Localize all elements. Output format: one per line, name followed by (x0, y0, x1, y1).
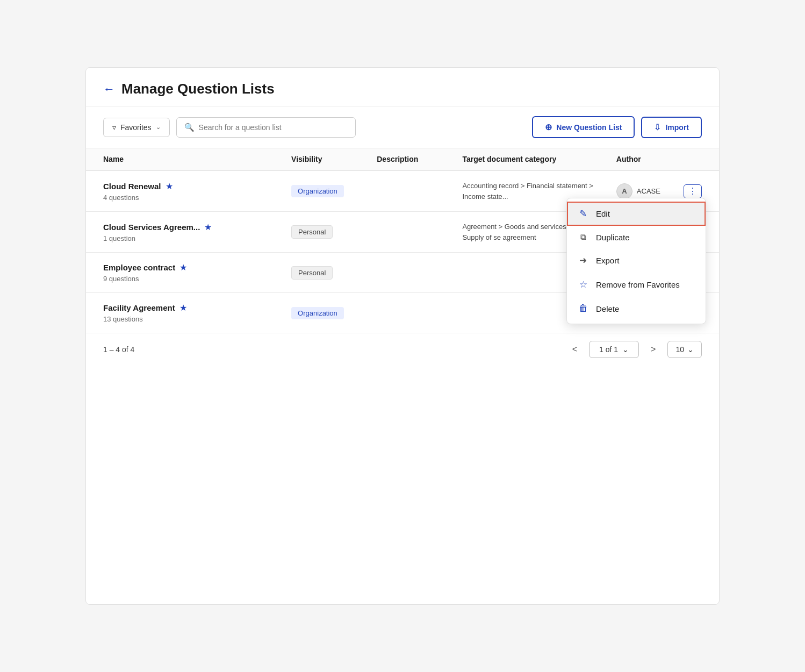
star-icon: ★ (204, 222, 212, 232)
search-icon: 🔍 (184, 123, 195, 132)
col-header-description: Description (377, 155, 462, 163)
export-icon: ➜ (578, 255, 588, 266)
prev-page-button[interactable]: < (567, 341, 583, 358)
page-indicator[interactable]: 1 of 1 ⌄ (589, 341, 639, 358)
menu-item-edit[interactable]: ✎ Edit (567, 202, 706, 226)
row-questions: 13 questions (103, 315, 291, 323)
row-name-cell: Employee contract ★ 9 questions (103, 262, 291, 283)
visibility-badge: Personal (291, 225, 333, 239)
menu-remove-favorite-label: Remove from Favorites (596, 280, 680, 289)
col-header-name: Name (103, 155, 291, 163)
import-icon: ⇩ (654, 123, 661, 132)
context-menu: ✎ Edit ⧉ Duplicate ➜ Export ☆ Remove fro… (566, 198, 706, 324)
plus-circle-icon: ⊕ (545, 122, 552, 132)
import-label: Import (665, 123, 689, 132)
page-title: Manage Question Lists (121, 81, 275, 97)
table-row: Cloud Renewal ★ 4 questions Organization… (86, 171, 719, 212)
page-label: 1 of 1 (599, 345, 618, 354)
row-name-cell: Cloud Renewal ★ 4 questions (103, 181, 291, 202)
row-name-label: Employee contract (103, 263, 175, 272)
search-wrapper: 🔍 (176, 117, 356, 138)
per-page-value: 10 (675, 345, 684, 354)
row-menu-button[interactable]: ⋮ (684, 184, 702, 198)
row-visibility-cell: Organization (291, 307, 377, 319)
import-button[interactable]: ⇩ Import (641, 117, 702, 138)
trash-icon: 🗑 (578, 303, 588, 314)
filter-label: Favorites (120, 123, 152, 132)
visibility-badge: Organization (291, 185, 344, 197)
author-name: ACASE (637, 187, 660, 195)
row-questions: 1 question (103, 234, 291, 242)
menu-export-label: Export (596, 256, 619, 265)
star-outline-icon: ☆ (578, 279, 588, 290)
row-author-cell: A ACASE ⋮ (616, 183, 702, 199)
menu-delete-label: Delete (596, 304, 619, 313)
star-icon: ★ (179, 303, 187, 313)
col-header-target-doc: Target document category (462, 155, 616, 163)
pagination: 1 – 4 of 4 < 1 of 1 ⌄ > 10 ⌄ (86, 333, 719, 366)
page-header: ← Manage Question Lists (86, 68, 719, 106)
new-list-label: New Question List (556, 123, 622, 132)
table-header: Name Visibility Description Target docum… (86, 148, 719, 171)
row-name-label: Facility Agreement (103, 303, 175, 312)
col-header-visibility: Visibility (291, 155, 377, 163)
row-name-cell: Cloud Services Agreem... ★ 1 question (103, 222, 291, 242)
table-body: Cloud Renewal ★ 4 questions Organization… (86, 171, 719, 333)
edit-icon: ✎ (578, 208, 588, 219)
row-questions: 4 questions (103, 194, 291, 202)
col-header-author: Author (616, 155, 702, 163)
funnel-icon: ▿ (112, 123, 116, 132)
pagination-count: 1 – 4 of 4 (103, 345, 134, 354)
per-page-selector[interactable]: 10 ⌄ (667, 341, 702, 358)
visibility-badge: Organization (291, 307, 344, 319)
star-icon: ★ (179, 262, 187, 273)
row-questions: 9 questions (103, 275, 291, 283)
menu-duplicate-label: Duplicate (596, 233, 630, 242)
menu-edit-label: Edit (596, 209, 610, 218)
menu-item-remove-favorite[interactable]: ☆ Remove from Favorites (567, 273, 706, 297)
menu-item-delete[interactable]: 🗑 Delete (567, 297, 706, 320)
row-visibility-cell: Personal (291, 266, 377, 280)
chevron-down-icon: ⌄ (687, 345, 694, 354)
duplicate-icon: ⧉ (578, 232, 588, 242)
star-icon: ★ (166, 181, 173, 191)
toolbar: ▿ Favorites ⌄ 🔍 ⊕ New Question List ⇩ Im… (86, 106, 719, 148)
row-name-label: Cloud Services Agreem... (103, 223, 200, 232)
row-visibility-cell: Organization (291, 185, 377, 197)
visibility-badge: Personal (291, 266, 333, 280)
page-container: ← Manage Question Lists ▿ Favorites ⌄ 🔍 … (85, 67, 720, 605)
chevron-down-icon: ⌄ (156, 124, 161, 131)
search-input[interactable] (199, 123, 348, 132)
row-visibility-cell: Personal (291, 225, 377, 239)
new-question-list-button[interactable]: ⊕ New Question List (532, 116, 635, 138)
menu-item-duplicate[interactable]: ⧉ Duplicate (567, 226, 706, 248)
menu-item-export[interactable]: ➜ Export (567, 248, 706, 273)
row-name-cell: Facility Agreement ★ 13 questions (103, 303, 291, 323)
row-name-label: Cloud Renewal (103, 182, 161, 191)
chevron-down-icon: ⌄ (622, 345, 629, 354)
avatar: A (616, 183, 632, 199)
next-page-button[interactable]: > (645, 341, 661, 358)
favorites-filter-button[interactable]: ▿ Favorites ⌄ (103, 118, 170, 137)
back-button[interactable]: ← (103, 83, 115, 95)
